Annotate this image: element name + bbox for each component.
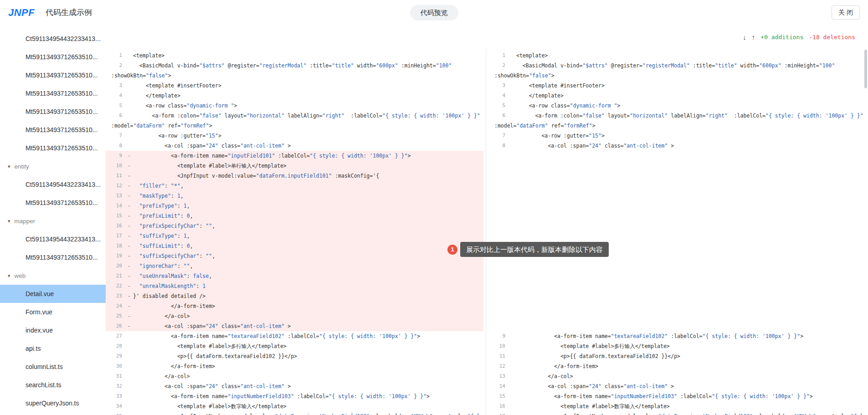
line-number: 25 bbox=[106, 311, 128, 321]
code-text bbox=[516, 321, 868, 331]
code-text: <BasicModal v-bind="$attrs" @register="r… bbox=[133, 61, 483, 71]
line-number: 4 bbox=[489, 91, 511, 101]
line-number: 9 bbox=[489, 331, 511, 341]
diff-marker bbox=[128, 331, 133, 341]
sidebar-file-mt59113493712653510...[interactable]: Mt59113493712653510... bbox=[0, 84, 106, 102]
line-number: 9 bbox=[106, 151, 128, 161]
line-number bbox=[489, 221, 511, 231]
line-number bbox=[489, 201, 511, 211]
code-text bbox=[516, 221, 868, 231]
diff-code-row: 12 </a-form-item> bbox=[489, 361, 868, 371]
diff-marker bbox=[511, 401, 516, 411]
line-number: 27 bbox=[106, 331, 128, 341]
diff-deleted-row: 15- "prefixLimit": 0, bbox=[106, 211, 483, 221]
diff-code-row: 7 <a-row :gutter="15"> bbox=[489, 131, 868, 141]
line-number: 10 bbox=[106, 161, 128, 171]
sidebar-file-superqueryjson.ts[interactable]: superQueryJson.ts bbox=[0, 394, 106, 412]
sidebar-file-mt59113493712653510...[interactable]: Mt59113493712653510... bbox=[0, 139, 106, 157]
code-text bbox=[516, 211, 868, 221]
diff-marker bbox=[128, 361, 133, 371]
code-wrapped-text: :showOkBtn="false"> bbox=[106, 71, 483, 81]
diff-marker bbox=[511, 221, 516, 231]
sidebar-file-api.ts[interactable]: api.ts bbox=[0, 339, 106, 358]
code-text bbox=[516, 281, 868, 291]
line-number: 34 bbox=[106, 401, 128, 411]
sidebar-file-columnlist.ts[interactable]: columnList.ts bbox=[0, 358, 106, 376]
diff-code-row: 11 <p>{{ dataForm.textareaField102 }}</p… bbox=[489, 351, 868, 361]
next-change-button[interactable]: ↓ bbox=[743, 33, 746, 41]
diff-code-row: 6 <a-form :colon="false" layout="horizon… bbox=[489, 111, 868, 121]
line-number: 19 bbox=[106, 251, 128, 261]
diff-marker bbox=[511, 261, 516, 271]
vertical-scrollbar[interactable] bbox=[864, 50, 867, 88]
diff-deleted-row: 16- "prefixSpecifyChar": "", bbox=[106, 221, 483, 231]
code-text: <a-form :colon="false" layout="horizonta… bbox=[516, 111, 868, 121]
diff-deleted-row: 21- "useUnrealMask": false, bbox=[106, 271, 483, 281]
sidebar-file-ct591134954432233413...[interactable]: Ct591134954432233413... bbox=[0, 30, 106, 48]
code-text: <a-form-item name="inputNumberField103" … bbox=[133, 391, 483, 401]
sidebar-section-mapper[interactable]: ▾mapper bbox=[0, 212, 106, 230]
diff-marker: - bbox=[128, 181, 133, 191]
prev-change-button[interactable]: ↑ bbox=[752, 33, 755, 41]
diff-marker: - bbox=[128, 251, 133, 261]
sidebar-file-ct591134954432233413...[interactable]: Ct591134954432233413... bbox=[0, 230, 106, 248]
code-text: "suffixLimit": 0, bbox=[133, 241, 483, 251]
sidebar-file-detail.vue[interactable]: Detail.vue bbox=[0, 285, 106, 303]
line-number: 14 bbox=[106, 201, 128, 211]
line-number bbox=[489, 281, 511, 291]
diff-code-row: 27 <a-form-item name="textareaField102" … bbox=[106, 331, 483, 341]
code-text: "filler": "*", bbox=[133, 181, 483, 191]
diff-code-row: 34 <template #label>数字输入</template> bbox=[106, 401, 483, 411]
sidebar-file-mt59113493712653510...[interactable]: Mt59113493712653510... bbox=[0, 66, 106, 84]
diff-code-row: 3 <template #insertFooter> bbox=[106, 81, 483, 91]
sidebar-file-mt59113493712653510...[interactable]: Mt59113493712653510... bbox=[0, 248, 106, 266]
close-button[interactable]: 关 闭 bbox=[832, 5, 860, 20]
sidebar-file-ct591134954432233413...[interactable]: Ct591134954432233413... bbox=[0, 175, 106, 194]
line-number bbox=[489, 171, 511, 181]
diff-deleted-row: 23-}' disabled detailed /> bbox=[106, 291, 483, 301]
sidebar-section-web[interactable]: ▾web bbox=[0, 266, 106, 285]
diff-panes: 1<template>2 <BasicModal v-bind="$attrs"… bbox=[106, 49, 868, 415]
code-text bbox=[516, 191, 868, 201]
diff-spacer-row bbox=[489, 301, 868, 311]
sidebar-file-mt59113493712653510...[interactable]: Mt59113493712653510... bbox=[0, 102, 106, 121]
diff-code-row: 16 <template #label>数字输入</template> bbox=[489, 401, 868, 411]
code-text: <a-row class="dynamic-form "> bbox=[133, 101, 483, 111]
line-number: 30 bbox=[106, 361, 128, 371]
sidebar-file-searchlist.ts[interactable]: searchList.ts bbox=[0, 376, 106, 394]
diff-marker bbox=[511, 381, 516, 391]
line-number: 12 bbox=[489, 361, 511, 371]
diff-spacer-row bbox=[489, 191, 868, 201]
diff-spacer-row bbox=[489, 201, 868, 211]
code-text: "ignoreChar": "", bbox=[133, 261, 483, 271]
diff-marker bbox=[128, 131, 133, 141]
diff-code-row: 32 <a-col :span="24" class="ant-col-item… bbox=[106, 381, 483, 391]
line-number: 21 bbox=[106, 271, 128, 281]
diff-spacer-row bbox=[489, 271, 868, 281]
diff-marker: - bbox=[128, 161, 133, 171]
sidebar-file-mt59113493712653510...[interactable]: Mt59113493712653510... bbox=[0, 194, 106, 212]
app-root: JNPF · 代码生成示例 代码预览 关 闭 Ct591134954432233… bbox=[0, 0, 868, 415]
diff-deleted-row: 24- </a-form-item> bbox=[106, 301, 483, 311]
code-text: <template #label>多行输入</template> bbox=[516, 341, 868, 351]
line-number: 7 bbox=[106, 131, 128, 141]
sidebar-section-entity[interactable]: ▾entity bbox=[0, 157, 106, 175]
code-text: <template #insertFooter> bbox=[133, 81, 483, 91]
sidebar-file-index.vue[interactable]: index.vue bbox=[0, 321, 106, 339]
sidebar-file-form.vue[interactable]: Form.vue bbox=[0, 303, 106, 321]
diff-marker: - bbox=[128, 201, 133, 211]
diff-marker: - bbox=[128, 221, 133, 231]
code-text bbox=[516, 261, 868, 271]
line-number: 5 bbox=[106, 101, 128, 111]
diff-code-row: 6 <a-form :colon="false" layout="horizon… bbox=[106, 111, 483, 121]
code-text bbox=[516, 151, 868, 161]
line-number: 5 bbox=[489, 101, 511, 111]
line-number bbox=[489, 311, 511, 321]
sidebar-file-mt59113493712653510...[interactable]: Mt59113493712653510... bbox=[0, 121, 106, 139]
code-text: }' disabled detailed /> bbox=[133, 291, 483, 301]
sidebar-file-mt59113493712653510...[interactable]: Mt59113493712653510... bbox=[0, 48, 106, 66]
brand: JNPF · 代码生成示例 bbox=[8, 7, 92, 19]
line-number: 16 bbox=[106, 221, 128, 231]
deletions-count: -18 deletions bbox=[809, 34, 855, 41]
tab-code-preview[interactable]: 代码预览 bbox=[410, 5, 458, 20]
